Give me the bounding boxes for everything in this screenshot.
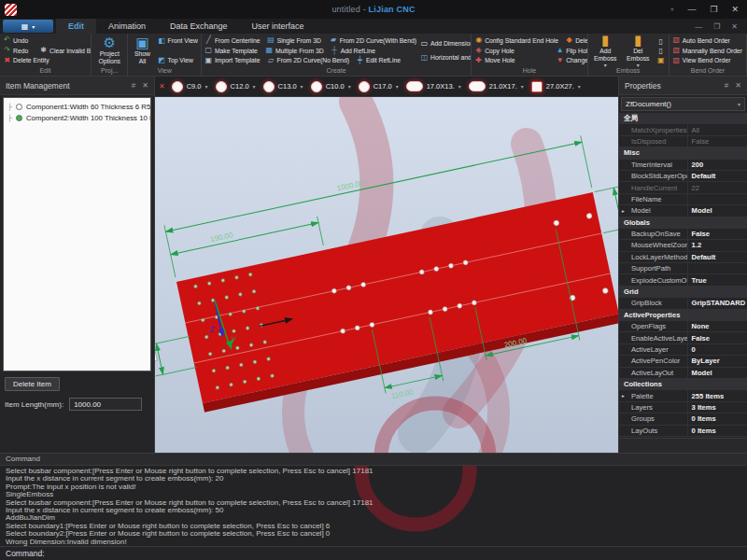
ribbon-button[interactable]: ◈Copy Hole — [473, 47, 550, 54]
close-icon[interactable]: ✕ — [735, 81, 741, 90]
emboss-tool-icon[interactable]: ▣ — [655, 55, 667, 64]
property-row[interactable]: IsDisposed False — [619, 136, 747, 147]
property-row[interactable]: Misc — [619, 147, 747, 159]
chevron-down-icon[interactable]: ▾ — [348, 83, 351, 90]
ribbon-button[interactable]: ✖Delete Entity — [2, 57, 50, 64]
property-row[interactable]: Collections — [619, 379, 747, 390]
property-row[interactable]: LayOuts 0 Items — [619, 426, 747, 437]
ribbon-button[interactable]: ↷Redo — [2, 47, 34, 54]
mdi-close-button[interactable]: ✕ — [731, 22, 738, 31]
property-row[interactable]: GripBlock GripSTANDARD — [619, 298, 747, 309]
pin-icon[interactable]: # — [132, 81, 135, 90]
add-emboss-button[interactable]: ▮ Add Emboss — [590, 35, 621, 66]
mdi-restore-button[interactable]: ❐ — [713, 22, 720, 31]
ribbon-button-dimension[interactable]: ▭Add Dimension — [419, 40, 472, 48]
close-icon[interactable]: ✕ — [142, 81, 148, 90]
console-history[interactable]: Select busbar component:[Press Enter or … — [0, 466, 747, 546]
property-row[interactable]: LockLayerMethod Default — [619, 252, 747, 263]
property-row[interactable]: MatchXproperties All — [619, 124, 747, 135]
ribbon-button[interactable]: ◉Config Standard End Hole — [473, 36, 559, 44]
property-row[interactable]: BackupOnSave False — [619, 229, 747, 240]
chevron-down-icon[interactable]: ▾ — [301, 83, 303, 90]
property-row[interactable]: ActiveProperties — [619, 310, 747, 321]
property-row[interactable]: TimerInterval 200 — [619, 160, 747, 171]
tab-animation[interactable]: Animation — [96, 19, 158, 34]
property-row[interactable]: EnableActiveLayerF... False — [619, 332, 747, 343]
chevron-down-icon[interactable]: ▾ — [205, 83, 208, 90]
pin-icon[interactable]: # — [725, 81, 728, 90]
busbar-body[interactable] — [176, 192, 618, 403]
clear-selection-icon[interactable]: ✕ — [159, 82, 165, 91]
hole-size-item[interactable]: C9.0 ▾ — [169, 81, 211, 92]
ribbon-button[interactable]: ◆Delete Hole — [564, 36, 588, 44]
chevron-down-icon[interactable]: ▾ — [396, 83, 399, 90]
property-row[interactable]: ▸ Palette 255 Items — [619, 390, 747, 401]
viewport-3d[interactable]: 1000.00 190.00 110.00 200.00 Z y — [155, 97, 618, 453]
property-row[interactable]: MouseWheelZoomSc... 1.2 — [619, 240, 747, 251]
ribbon-button[interactable]: ▰From 2D Curve(With Bend) — [329, 36, 417, 44]
hole-size-item[interactable]: 21.0X17. ▾ — [466, 81, 527, 91]
property-row[interactable]: ▸ Model Model — [619, 205, 747, 217]
ribbon-button[interactable]: ┿Edit RefLine — [355, 57, 402, 64]
ribbon-button[interactable]: ▤Single From 3D — [266, 36, 324, 44]
ribbon-button[interactable]: ▧Auto Bend Order — [671, 36, 742, 44]
property-row[interactable]: Layers 3 Items — [619, 402, 747, 413]
property-row[interactable]: ActivePenColor ByLayer — [619, 356, 747, 367]
ribbon-button[interactable]: ◧Front View — [157, 37, 199, 45]
command-input[interactable] — [50, 549, 741, 558]
chevron-down-icon[interactable]: ▾ — [253, 83, 256, 90]
chevron-down-icon[interactable]: ▾ — [458, 83, 461, 90]
ribbon-button[interactable]: ┼Add RefLine — [330, 47, 376, 54]
ribbon-button[interactable]: ▢Make Template — [204, 47, 260, 54]
hole-size-item[interactable]: C12.0 ▾ — [213, 81, 259, 92]
minimize-button[interactable]: — — [687, 5, 696, 14]
property-row[interactable]: HandleCurrent 22 — [619, 182, 747, 193]
property-row[interactable]: ActiveLayOut Model — [619, 368, 747, 379]
show-all-button[interactable]: ▣ Show All — [130, 35, 154, 66]
property-row[interactable]: Groups 0 Items — [619, 413, 747, 425]
property-row[interactable]: FileName — [619, 194, 747, 205]
property-row[interactable]: BlockStdLayerOper Default — [619, 171, 747, 182]
emboss-tool-icon[interactable]: ▯ — [655, 36, 667, 46]
ribbon-button[interactable]: ▧Mannally Bend Order — [671, 47, 743, 54]
delete-item-button[interactable]: Delete Item — [5, 377, 60, 391]
tab-user-interface[interactable]: User interface — [240, 19, 317, 34]
property-row[interactable]: 全局 — [619, 113, 747, 124]
project-options-button[interactable]: ⚙ Project Options — [93, 35, 126, 66]
property-row[interactable]: OpenFlags None — [619, 321, 747, 332]
hole-size-item[interactable]: 17.0X13. ▾ — [403, 81, 464, 91]
property-row[interactable]: SupportPath — [619, 263, 747, 274]
hole-size-item[interactable]: C13.0 ▾ — [261, 81, 306, 92]
object-selector-dropdown[interactable]: ZfDocument() ▾ — [621, 97, 745, 111]
property-row[interactable]: ActiveLayer 0 — [619, 344, 747, 356]
emboss-tool-icon[interactable]: ▯ — [655, 46, 667, 55]
hole-size-item[interactable]: 27.0X27. ▾ — [529, 81, 584, 92]
ribbon-button[interactable]: ▱From 2D Curve(No Bend) — [266, 57, 350, 64]
mdi-minimize-button[interactable]: — — [695, 22, 702, 31]
hole-size-item[interactable]: C17.0 ▾ — [356, 81, 402, 92]
tree-item-component[interactable]: ├ Component1:Width 60 Thickness 6 R5, co… — [7, 101, 150, 112]
restore-button[interactable]: ❐ — [710, 5, 717, 14]
property-row[interactable]: Grid — [619, 287, 747, 298]
ribbon-button[interactable]: ▣Import Template — [204, 57, 261, 64]
ribbon-button[interactable]: ▲Flip Hole — [555, 47, 588, 54]
ribbon-button-dimension[interactable]: ◫Horizontal and Vertical Dimension — [419, 54, 472, 62]
close-button[interactable]: ✕ — [731, 5, 739, 14]
tab-edit[interactable]: Edit — [56, 19, 96, 34]
property-row[interactable]: Globals — [619, 217, 747, 229]
del-emboss-button[interactable]: ▮ Del Emboss — [623, 35, 654, 66]
application-menu-button[interactable]: ▦▾ — [3, 20, 53, 33]
ribbon-button[interactable]: ▼Change Mold — [555, 57, 588, 64]
component-tree[interactable]: ├ Component1:Width 60 Thickness 6 R5, co… — [3, 97, 151, 371]
hole-size-item[interactable]: C10.0 ▾ — [308, 81, 354, 92]
ribbon-button[interactable]: ▦Multiple From 3D — [264, 47, 325, 54]
ribbon-button[interactable]: ▧View Bend Order — [671, 57, 742, 64]
ribbon-button[interactable]: ↶Undo — [2, 36, 34, 44]
chevron-down-icon[interactable]: ▾ — [578, 83, 581, 90]
property-row[interactable]: ExplodeCustomObje... True — [619, 274, 747, 286]
item-length-input[interactable] — [69, 398, 142, 411]
ribbon-button[interactable]: ✚Move Hole — [473, 57, 550, 64]
ribbon-button[interactable]: ◩Top View — [157, 57, 194, 64]
ribbon-button[interactable]: ✱Clear Invalid Busbar — [38, 47, 92, 54]
chevron-down-icon[interactable]: ▾ — [521, 83, 524, 90]
